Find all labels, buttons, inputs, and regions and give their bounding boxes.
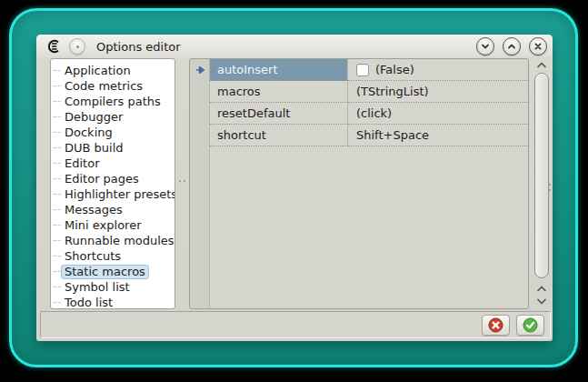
sidebar-item-label: Shortcuts [65,248,121,264]
sidebar-item-label: Debugger [65,109,123,125]
sidebar-item-label: Editor [65,156,99,171]
menu-dot-icon [76,45,79,48]
coedit-logo-icon [45,38,62,55]
sidebar-item-label: Highlighter presets [65,186,175,202]
chevron-up-icon [506,41,517,52]
row-gutter-cell [190,81,210,103]
property-row-resetdefault[interactable]: resetDefault (click) [190,103,528,125]
chevron-up-icon [536,61,547,69]
sidebar-item-label: Todo list [65,295,113,309]
scroll-up-button[interactable] [533,58,551,71]
property-value[interactable]: (False) [348,59,528,81]
sidebar-item-label: Docking [65,125,113,140]
property-grid: autoInsert (False) macros (TStringList) … [189,58,529,309]
close-icon [533,41,543,52]
sidebar-item-label: Messages [65,202,123,217]
sidebar-item-label: Static macros [61,265,149,279]
row-gutter-cell [190,103,210,125]
maximize-button[interactable] [503,37,521,55]
close-button[interactable] [529,37,547,55]
sidebar-item-static-macros[interactable]: Static macros [51,264,174,279]
window-resize-grip[interactable] [548,184,552,191]
sidebar-item-editor[interactable]: Editor [51,156,174,171]
options-editor-window: Options editor Application Code metrics … [36,35,553,341]
scrollbar-thumb[interactable] [534,73,549,278]
ok-button[interactable] [516,315,544,336]
chevron-down-icon [536,297,547,306]
property-name[interactable]: resetDefault [210,103,348,125]
checkbox-unchecked[interactable] [356,64,369,76]
window-menu-button[interactable] [69,38,85,55]
property-value-text: (click) [356,106,392,120]
property-name[interactable]: macros [210,81,348,103]
sidebar-item-runnable-modules[interactable]: Runnable modules [51,233,174,248]
chevron-up-icon [536,285,547,293]
property-row-autoinsert[interactable]: autoInsert (False) [190,59,528,81]
row-gutter-cell [190,59,210,81]
splitter-grip-icon [179,180,185,183]
sidebar-item-mini-explorer[interactable]: Mini explorer [51,217,174,233]
sidebar-item-label: Symbol list [65,279,130,295]
property-row-shortcut[interactable]: shortcut Shift+Space [190,125,528,146]
sidebar-item-label: Code metrics [65,78,143,94]
property-value[interactable]: (click) [348,103,528,125]
property-value-text: Shift+Space [356,128,429,142]
red-cross-circle-icon [488,317,503,333]
sidebar-item-symbol-list[interactable]: Symbol list [51,279,174,295]
sidebar-item-label: DUB build [65,140,124,156]
splitter-handle[interactable] [176,58,188,309]
selected-row-arrow-icon [195,65,205,75]
property-name[interactable]: autoInsert [210,59,348,81]
scroll-down-button[interactable] [533,295,551,307]
cancel-button[interactable] [482,315,510,336]
property-value[interactable]: Shift+Space [348,125,528,146]
sidebar-item-label: Editor pages [65,171,139,186]
green-check-circle-icon [523,317,538,333]
sidebar-item-label: Runnable modules [65,233,174,248]
sidebar-item-compilers-paths[interactable]: Compilers paths [51,94,174,109]
property-value-text: (TStringList) [356,85,429,98]
row-gutter-cell [190,125,210,146]
minimize-button[interactable] [476,37,494,55]
scroll-up-button-bottom[interactable] [533,282,551,295]
sidebar-item-label: Application [65,63,131,78]
property-name[interactable]: shortcut [210,125,348,146]
sidebar-item-docking[interactable]: Docking [51,125,174,140]
footer-bar [40,311,551,338]
category-list: Application Code metrics Compilers paths… [50,58,175,309]
sidebar-item-application[interactable]: Application [51,63,174,78]
sidebar-item-label: Compilers paths [65,94,161,109]
property-value[interactable]: (TStringList) [348,81,528,103]
desktop-background: Options editor Application Code metrics … [0,0,588,382]
property-row-macros[interactable]: macros (TStringList) [190,81,528,103]
chevron-down-icon [480,41,491,52]
sidebar-item-debugger[interactable]: Debugger [51,109,174,125]
titlebar[interactable]: Options editor [36,35,553,58]
sidebar-item-editor-pages[interactable]: Editor pages [51,171,174,186]
sidebar-item-messages[interactable]: Messages [51,202,174,217]
sidebar-item-todo-list[interactable]: Todo list [51,295,174,309]
property-value-text: (False) [375,63,414,76]
window-title: Options editor [96,40,181,54]
sidebar-item-code-metrics[interactable]: Code metrics [51,78,174,94]
sidebar-item-label: Mini explorer [65,217,142,233]
sidebar-item-shortcuts[interactable]: Shortcuts [51,248,174,264]
sidebar-item-highlighter-presets[interactable]: Highlighter presets [51,186,174,202]
sidebar-item-dub-build[interactable]: DUB build [51,140,174,156]
